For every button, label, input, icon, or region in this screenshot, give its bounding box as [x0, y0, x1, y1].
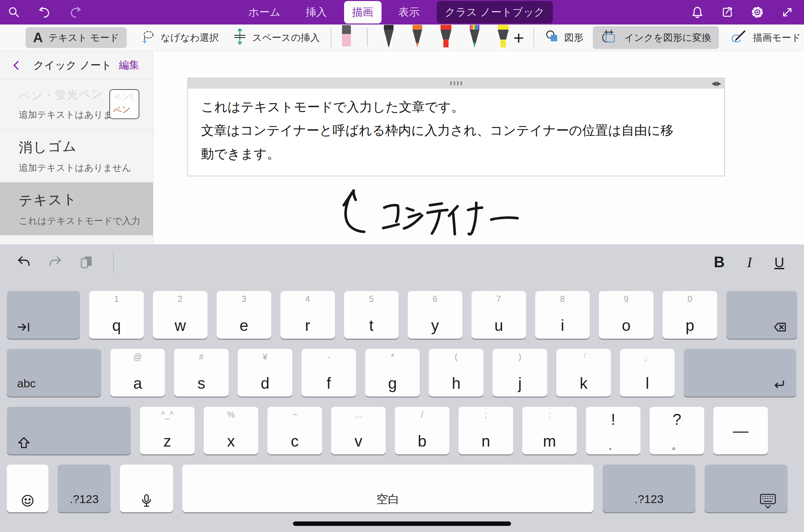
notifications-bell-icon[interactable]	[690, 4, 705, 20]
key-p[interactable]: 0p	[663, 291, 717, 339]
note-list: ペン・蛍光ペン追加テキストはありま…ペン(ペン消しゴム追加テキストはありませんテ…	[0, 80, 153, 236]
key-t[interactable]: 5t	[344, 291, 399, 339]
bold-button[interactable]: B	[714, 255, 725, 270]
tab-class-notebook[interactable]: クラス ノートブック	[437, 1, 553, 23]
key-e[interactable]: 3e	[217, 291, 271, 339]
settings-gear-icon[interactable]	[749, 4, 765, 20]
key-r[interactable]: 4r	[280, 291, 335, 339]
key-z[interactable]: ^_^z	[140, 407, 195, 454]
key-dismiss[interactable]	[705, 465, 788, 512]
eraser-tool[interactable]	[340, 24, 353, 51]
lasso-select-button[interactable]: なげなわ選択	[141, 29, 219, 46]
key-l[interactable]: 」l	[620, 349, 675, 397]
key-u[interactable]: 7u	[471, 291, 526, 339]
ribbon-tabs: ホーム挿入描画表示クラス ノートブック	[240, 1, 553, 23]
key-v[interactable]: …v	[331, 407, 386, 454]
note-item-2[interactable]: テキストこれはテキストモードで入力し…	[0, 182, 153, 236]
back-chevron-icon[interactable]	[12, 60, 22, 71]
key-numbers-left[interactable]: .?123	[58, 465, 111, 512]
key-h[interactable]: (h	[429, 349, 483, 397]
home-indicator[interactable]	[293, 521, 511, 526]
key-sublabel: 、	[586, 439, 640, 450]
container-drag-bar[interactable]: ◀▶	[188, 78, 724, 88]
share-icon[interactable]	[720, 4, 735, 20]
italic-button[interactable]: I	[747, 255, 752, 270]
key-backspace[interactable]	[726, 291, 797, 339]
key-o[interactable]: 9o	[599, 291, 653, 339]
pen-rainbow-tool[interactable]	[467, 24, 482, 51]
pen-black-tool[interactable]	[381, 24, 396, 51]
highlighter-red-tool[interactable]	[438, 24, 453, 51]
key-label: o	[622, 318, 631, 339]
key-shift[interactable]	[7, 407, 131, 454]
insert-space-button[interactable]: スペースの挿入	[233, 28, 320, 48]
key-q[interactable]: 1q	[89, 291, 144, 339]
key-k[interactable]: 「k	[556, 349, 611, 397]
text-note-container[interactable]: ◀▶ これはテキストモードで入力した文章です。 文章はコンテイナーと呼ばれる枠内…	[187, 78, 725, 176]
key-j[interactable]: )j	[493, 349, 547, 397]
search-icon[interactable]	[6, 4, 22, 20]
note-item-0[interactable]: ペン・蛍光ペン追加テキストはありま…ペン(ペン	[0, 80, 153, 129]
fullscreen-icon[interactable]	[779, 4, 795, 20]
key-label: 空白	[376, 493, 400, 512]
key-label: q	[112, 318, 121, 339]
key-sublabel: -	[302, 352, 356, 362]
tab-home[interactable]: ホーム	[240, 1, 289, 23]
paste-icon[interactable]	[77, 253, 96, 272]
note-thumbnail: ペン(ペン	[109, 89, 139, 119]
key-label: w	[174, 318, 186, 339]
key-numbers-right[interactable]: .?123	[603, 465, 695, 512]
tab-insert[interactable]: 挿入	[298, 1, 335, 23]
edit-button[interactable]: 編集	[119, 58, 139, 72]
note-title: 消しゴム	[18, 135, 139, 157]
key-abc[interactable]: abc	[7, 349, 101, 397]
highlighter-yellow-tool[interactable]	[496, 24, 511, 51]
key-m[interactable]: :m	[522, 407, 577, 454]
handwritten-ink-container-label	[324, 180, 583, 238]
key-label: .?123	[69, 493, 98, 512]
key-emoji[interactable]	[7, 465, 48, 512]
add-pen-button[interactable]: +	[511, 29, 527, 47]
page-canvas[interactable]: ◀▶ これはテキストモードで入力した文章です。 文章はコンテイナーと呼ばれる枠内…	[153, 51, 804, 244]
shapes-label: 図形	[564, 31, 583, 44]
note-item-1[interactable]: 消しゴム追加テキストはありません	[0, 129, 153, 182]
key-?[interactable]: ?。	[650, 407, 704, 454]
key-c[interactable]: ~c	[267, 407, 322, 454]
key-label: e	[239, 318, 248, 339]
underline-button[interactable]: U	[774, 256, 784, 269]
return-icon	[772, 378, 786, 397]
shift-icon	[17, 436, 31, 454]
key-tab[interactable]	[7, 291, 80, 339]
key-b[interactable]: /b	[395, 407, 449, 454]
key-g[interactable]: *g	[365, 349, 420, 397]
kb-undo-icon[interactable]	[14, 253, 33, 272]
tab-draw[interactable]: 描画	[344, 1, 382, 23]
container-grip-dots-icon	[188, 81, 724, 85]
key-—[interactable]: —	[713, 407, 768, 454]
key-w[interactable]: 2w	[153, 291, 207, 339]
key-n[interactable]: ;n	[459, 407, 513, 454]
draw-toolbar: A テキスト モード なげなわ選択 スペースの挿入 + 図形 インクを図形に変換	[0, 25, 804, 51]
shapes-button[interactable]: 図形	[546, 30, 583, 45]
key-d[interactable]: ¥d	[238, 349, 292, 397]
key-space[interactable]: 空白	[182, 465, 593, 512]
key-y[interactable]: 6y	[408, 291, 462, 339]
key-mic[interactable]	[120, 465, 173, 512]
key-return[interactable]	[684, 349, 796, 397]
undo-icon[interactable]	[37, 4, 52, 20]
tab-view[interactable]: 表示	[390, 1, 428, 23]
key-f[interactable]: -f	[302, 349, 356, 397]
key-i[interactable]: 8i	[535, 291, 590, 339]
key-![interactable]: !、	[586, 407, 640, 454]
key-s[interactable]: #s	[174, 349, 229, 397]
draw-mode-button[interactable]: 描画モード	[729, 29, 801, 46]
pen-orange-tool[interactable]	[410, 24, 425, 51]
key-a[interactable]: @a	[110, 349, 165, 397]
redo-icon[interactable]	[67, 4, 83, 20]
draw-mode-label: 描画モード	[753, 31, 801, 44]
ink-to-shape-button[interactable]: インクを図形に変換	[593, 26, 718, 49]
kb-redo-icon[interactable]	[46, 253, 65, 272]
key-x[interactable]: %x	[204, 407, 258, 454]
container-resize-arrows-icon[interactable]: ◀▶	[711, 80, 722, 87]
text-mode-button[interactable]: A テキスト モード	[26, 27, 127, 48]
